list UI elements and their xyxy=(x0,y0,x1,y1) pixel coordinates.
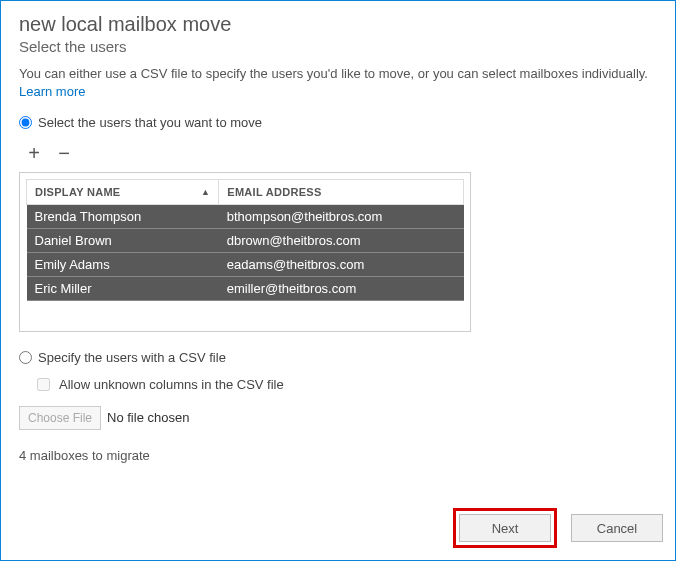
cell-name: Brenda Thompson xyxy=(27,205,219,229)
wizard-footer: Next Cancel xyxy=(453,508,663,548)
table-row[interactable]: Emily Adams eadams@theitbros.com xyxy=(27,253,464,277)
users-table: DISPLAY NAME ▲ EMAIL ADDRESS Brenda Thom… xyxy=(26,179,464,325)
description-text: You can either use a CSV file to specify… xyxy=(19,66,648,81)
user-toolbar: + − xyxy=(19,136,657,172)
learn-more-link[interactable]: Learn more xyxy=(19,84,85,99)
choose-file-button[interactable]: Choose File xyxy=(19,406,101,430)
file-chosen-label: No file chosen xyxy=(107,410,189,425)
page-description: You can either use a CSV file to specify… xyxy=(19,65,657,101)
table-row[interactable]: Daniel Brown dbrown@theitbros.com xyxy=(27,229,464,253)
radio-select-users-label: Select the users that you want to move xyxy=(38,115,262,130)
cell-email: dbrown@theitbros.com xyxy=(219,229,464,253)
radio-csv-row[interactable]: Specify the users with a CSV file xyxy=(19,350,657,365)
table-row[interactable]: Eric Miller emiller@theitbros.com xyxy=(27,277,464,301)
cell-email: eadams@theitbros.com xyxy=(219,253,464,277)
checkbox-allow-unknown[interactable] xyxy=(37,378,50,391)
radio-csv[interactable] xyxy=(19,351,32,364)
col-email-label: EMAIL ADDRESS xyxy=(227,186,321,198)
radio-select-users[interactable] xyxy=(19,116,32,129)
cell-name: Emily Adams xyxy=(27,253,219,277)
allow-unknown-row[interactable]: Allow unknown columns in the CSV file xyxy=(33,375,657,394)
cell-email: emiller@theitbros.com xyxy=(219,277,464,301)
col-display-name-label: DISPLAY NAME xyxy=(35,186,121,198)
csv-section: Specify the users with a CSV file Allow … xyxy=(19,350,657,430)
file-picker-row: Choose File No file chosen xyxy=(19,406,657,430)
radio-csv-label: Specify the users with a CSV file xyxy=(38,350,226,365)
table-row[interactable]: Brenda Thompson bthompson@theitbros.com xyxy=(27,205,464,229)
page-subtitle: Select the users xyxy=(19,38,657,55)
remove-user-button[interactable]: − xyxy=(53,142,75,164)
allow-unknown-label: Allow unknown columns in the CSV file xyxy=(59,377,284,392)
status-line: 4 mailboxes to migrate xyxy=(19,448,657,463)
col-display-name[interactable]: DISPLAY NAME ▲ xyxy=(27,180,219,205)
users-table-container: DISPLAY NAME ▲ EMAIL ADDRESS Brenda Thom… xyxy=(19,172,471,332)
add-user-button[interactable]: + xyxy=(23,142,45,164)
minus-icon: − xyxy=(58,143,70,163)
table-empty-row xyxy=(27,301,464,325)
plus-icon: + xyxy=(28,143,40,163)
cell-email: bthompson@theitbros.com xyxy=(219,205,464,229)
next-button-highlight: Next xyxy=(453,508,557,548)
cancel-button[interactable]: Cancel xyxy=(571,514,663,542)
radio-select-users-row[interactable]: Select the users that you want to move xyxy=(19,115,657,130)
cell-name: Daniel Brown xyxy=(27,229,219,253)
page-title: new local mailbox move xyxy=(19,13,657,36)
cell-name: Eric Miller xyxy=(27,277,219,301)
sort-asc-icon: ▲ xyxy=(201,187,210,197)
next-button[interactable]: Next xyxy=(459,514,551,542)
col-email[interactable]: EMAIL ADDRESS xyxy=(219,180,464,205)
wizard-window: new local mailbox move Select the users … xyxy=(0,0,676,561)
